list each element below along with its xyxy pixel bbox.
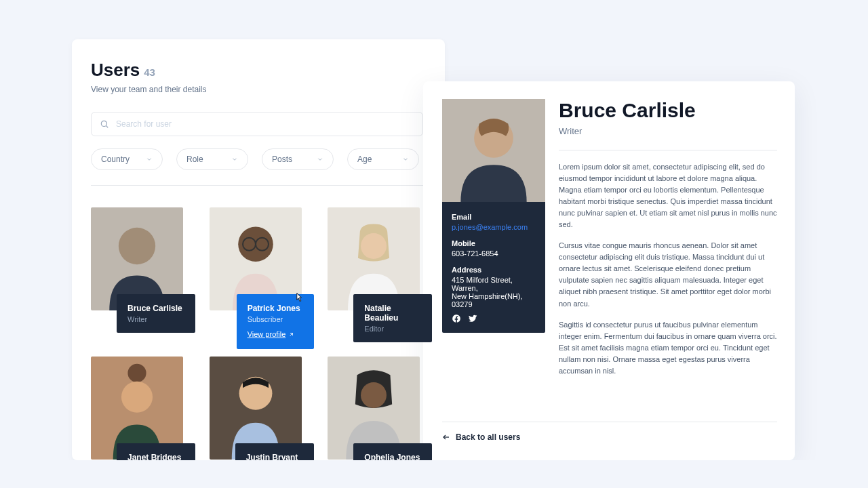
facebook-icon[interactable] [452, 314, 461, 323]
user-detail-panel: Email p.jones@example.com Mobile 603-721… [423, 81, 795, 460]
user-card-patrick[interactable]: Patrick Jones Subscriber View profile [210, 207, 305, 310]
user-card-ophelia[interactable]: Ophelia Jones [328, 357, 423, 460]
detail-para-3: Sagittis id consectetur purus ut faucibu… [559, 319, 777, 377]
chevron-down-icon [146, 156, 153, 163]
twitter-icon[interactable] [468, 314, 477, 323]
arrow-up-right-icon [288, 331, 294, 338]
user-caption: Janet Bridges [117, 443, 195, 460]
user-role: Subscriber [248, 315, 303, 323]
user-name: Janet Bridges [127, 453, 184, 460]
chevron-down-icon [231, 156, 238, 163]
mobile-value: 603-721-6854 [452, 249, 536, 258]
detail-name: Bruce Carlisle [559, 99, 777, 122]
user-caption: Bruce Carlisle Writer [117, 294, 195, 333]
view-profile-link[interactable]: View profile [248, 330, 295, 338]
address-value: 415 Milford Street, Warren, New Hampshir… [452, 276, 536, 308]
address-line1: 415 Milford Street, Warren, [452, 276, 536, 292]
email-value[interactable]: p.jones@example.com [452, 223, 536, 231]
user-name: Ophelia Jones [364, 453, 421, 460]
svg-point-9 [121, 382, 153, 413]
page-title: Users [91, 60, 140, 81]
filter-label: Role [186, 155, 203, 164]
user-name: Justin Bryant [246, 453, 303, 460]
users-list-panel: Users 43 View your team and their detail… [72, 39, 445, 460]
back-label: Back to all users [456, 432, 520, 442]
user-role: Writer [127, 315, 184, 323]
user-name: Patrick Jones [248, 304, 303, 313]
search-icon [100, 119, 109, 129]
svg-point-7 [361, 233, 387, 259]
filter-label: Country [101, 155, 130, 164]
cursor-pointer-icon [292, 291, 304, 305]
arrow-left-icon [442, 433, 450, 441]
svg-point-11 [361, 382, 387, 408]
filter-role[interactable]: Role [176, 148, 248, 170]
detail-para-1: Lorem ipsum dolor sit amet, consectetur … [559, 161, 777, 230]
filters-row: Country Role Posts Age [91, 148, 423, 170]
mobile-label: Mobile [452, 239, 536, 247]
filter-age[interactable]: Age [347, 148, 419, 170]
svg-point-2 [119, 228, 155, 264]
view-profile-label: View profile [248, 330, 286, 338]
email-label: Email [452, 213, 536, 221]
chevron-down-icon [402, 156, 409, 163]
user-card-janet[interactable]: Janet Bridges [91, 357, 186, 460]
user-caption: Ophelia Jones [353, 443, 432, 460]
address-label: Address [452, 266, 536, 274]
search-box[interactable] [91, 112, 423, 136]
user-grid: Bruce Carlisle Writer Patrick Jones Subs… [91, 207, 423, 460]
filter-label: Posts [272, 155, 292, 164]
detail-divider [559, 150, 777, 150]
search-input[interactable] [116, 119, 414, 129]
detail-para-2: Cursus vitae congue mauris rhoncus aenea… [559, 240, 777, 309]
filter-country[interactable]: Country [91, 148, 163, 170]
user-caption: Justin Bryant [235, 443, 314, 460]
svg-line-1 [106, 126, 108, 128]
back-divider [442, 422, 777, 422]
user-card-justin[interactable]: Justin Bryant [210, 357, 305, 460]
svg-point-0 [101, 121, 106, 126]
user-caption: Natalie Beaulieu Editor [353, 294, 432, 342]
svg-line-6 [290, 333, 293, 336]
user-card-bruce[interactable]: Bruce Carlisle Writer [91, 207, 186, 310]
section-divider [91, 185, 423, 186]
filter-posts[interactable]: Posts [262, 148, 334, 170]
back-to-users-link[interactable]: Back to all users [442, 432, 520, 442]
svg-point-8 [127, 364, 146, 382]
chevron-down-icon [317, 156, 323, 163]
page-subtitle: View your team and their details [91, 85, 423, 94]
user-name: Bruce Carlisle [127, 304, 184, 313]
user-role: Editor [364, 325, 421, 333]
user-count: 43 [144, 66, 155, 78]
filter-label: Age [357, 155, 372, 164]
contact-box: Email p.jones@example.com Mobile 603-721… [442, 202, 545, 333]
user-card-natalie[interactable]: Natalie Beaulieu Editor [328, 207, 423, 310]
detail-avatar [442, 99, 545, 202]
address-line2: New Hampshire(NH), 03279 [452, 292, 536, 308]
detail-role: Writer [559, 126, 777, 136]
user-name: Natalie Beaulieu [364, 304, 421, 323]
